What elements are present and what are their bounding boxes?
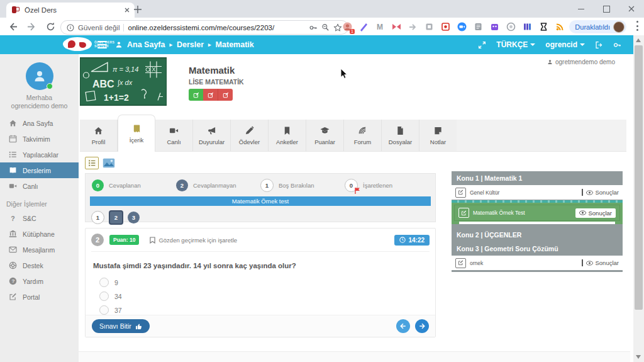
course-edit-red-button-2[interactable] [218,89,233,101]
ext-globe-icon[interactable] [506,22,516,31]
ext-m-icon[interactable]: M [375,22,385,31]
previous-question-button[interactable] [396,319,410,333]
question-chip-3[interactable]: 3 [128,212,140,223]
answer-option-1[interactable]: 9 [99,278,435,287]
question-chip-1[interactable]: 1 [91,211,104,224]
tab-close-icon[interactable] [125,8,130,13]
paused-profile-chip[interactable]: Duraklatıldı [569,20,626,33]
extensions-bar: 1 M [343,21,565,32]
results-button-ornek-test[interactable]: Sonuçlar [575,208,616,218]
sidebar-item-portal[interactable]: Portal [0,289,79,305]
window-minimize-button[interactable] [569,0,594,18]
scrollbar-up-arrow[interactable] [636,38,641,42]
tab-puanlar[interactable]: Puanlar [306,120,344,151]
zoom-lens-icon[interactable] [321,23,330,31]
sidebar-item-yardim[interactable]: ? Yardım [0,273,79,289]
breadcrumb-home[interactable]: Ana Sayfa [127,40,165,49]
tab-canli[interactable]: Canlı [155,120,193,151]
ext-hourglass-icon[interactable] [539,22,548,31]
ext-bowtie-icon[interactable] [392,22,401,31]
tab-profil[interactable]: Profil [80,120,118,151]
topic-item-genel-kultur[interactable]: Genel Kültür Sonuçlar [452,185,623,200]
ext-pen-icon[interactable] [359,22,369,31]
tab-notlar[interactable]: Notlar [419,120,457,151]
image-view-toggle[interactable] [103,158,115,168]
language-dropdown[interactable]: TÜRKÇE [496,40,535,49]
back-button[interactable] [8,21,18,32]
sidebar-item-derslerim[interactable]: Derslerim [0,162,79,178]
answer-option-3[interactable]: 37 [99,305,435,315]
user-dropdown[interactable]: ogrencid [545,40,585,49]
breadcrumb: Ana Sayfa ▸ Dersler ▸ Matematik [115,35,254,54]
site-favicon-icon [11,6,20,14]
new-tab-button[interactable] [133,5,142,14]
password-key-icon[interactable] [309,23,318,32]
question-number-list: 1 2 3 [86,206,435,225]
ext-avatar-icon[interactable]: 1 [343,22,352,31]
reload-button[interactable] [45,21,56,32]
image-icon [103,158,115,168]
window-close-button[interactable] [619,0,644,18]
sidebar-item-yapilacaklar[interactable]: Yapılacaklar [0,147,79,162]
ext-square-icon[interactable] [425,22,434,31]
url-text[interactable]: online.ozelderssistemi.com/me/courses/22… [128,24,305,31]
tab-dosyalar[interactable]: Dosyalar [382,120,419,151]
radio-button[interactable] [99,278,109,287]
course-edit-red-button-1[interactable] [203,89,218,101]
key-icon[interactable] [613,41,621,49]
exit-door-icon[interactable] [595,41,603,49]
sidebar-item-takvimim[interactable]: Takvimim [0,131,79,147]
address-bar[interactable]: Güvenli değil online.ozelderssistemi.com… [60,20,348,35]
sidebar-section-label: Diğer İşlemler [0,194,79,210]
course-edit-green-button[interactable] [189,89,203,101]
browser-menu-button[interactable] [636,21,638,31]
sidebar-item-kutuphane[interactable]: Kütüphane [0,226,79,242]
radio-button[interactable] [99,305,109,315]
ext-notes-icon[interactable] [474,22,483,31]
finish-exam-button[interactable]: Sınavı Bitir [92,319,150,333]
results-link-ornek[interactable]: Sonuçlar [582,259,619,266]
radio-button[interactable] [99,291,109,301]
sidebar-item-destek[interactable]: Destek [0,257,79,273]
browser-tab[interactable]: Özel Ders [6,3,135,18]
topic-header-1[interactable]: Konu 1 | Matematik 1 [452,171,623,185]
breadcrumb-courses[interactable]: Dersler [177,40,204,49]
topic-item-ornek[interactable]: ornek Sonuçlar [452,256,623,270]
tab-duyurular[interactable]: Duyurular [193,120,231,151]
scrollbar-down-arrow[interactable] [636,355,641,359]
ext-rss-icon[interactable] [555,22,565,31]
list-view-toggle[interactable] [85,157,99,169]
sidebar-item-sc[interactable]: ? S&C [0,210,79,226]
security-label[interactable]: Güvenli değil [78,24,119,31]
mark-for-review[interactable]: Gözden geçirmek için işaretle [150,237,237,244]
window-maximize-button[interactable] [594,0,619,18]
results-link-genel-kultur[interactable]: Sonuçlar [582,189,619,196]
question-chip-2-current[interactable]: 2 [109,210,123,225]
tab-forum[interactable]: Forum [344,120,382,151]
sidebar-item-canli[interactable]: Canlı [0,178,79,194]
ext-puzzle-icon[interactable] [490,22,499,31]
ext-arrow-icon[interactable] [408,22,418,31]
tab-odevler[interactable]: Ödevler [231,120,269,151]
page-scrollbar[interactable] [633,35,644,362]
bookmark-star-icon[interactable] [333,23,342,32]
tab-icerik[interactable]: İçerik [118,115,155,152]
ext-shield-icon[interactable] [441,22,450,31]
next-question-button[interactable] [415,319,429,333]
scrollbar-thumb[interactable] [635,45,643,310]
sidebar-item-ana-sayfa[interactable]: Ana Sayfa [0,115,79,131]
sidebar-item-mesajlarim[interactable]: Mesajlarım [0,242,79,257]
answer-option-2[interactable]: 34 [99,291,435,301]
info-icon[interactable] [67,24,74,31]
tab-anketler[interactable]: Anketler [269,120,306,151]
ext-zoom-icon[interactable] [457,22,467,31]
fullscreen-icon[interactable] [478,41,486,49]
owner-person-icon [547,59,553,65]
topic-header-2[interactable]: Konu 2 | ÜÇGENLER [452,228,623,242]
topic-header-3[interactable]: Konu 3 | Geometri Soru Çözümü [452,242,623,256]
ext-bars-icon[interactable] [523,22,532,31]
caret-down-icon [580,43,585,46]
topic-item-matematik-ornek-test[interactable]: Matematik Örnek Test Sonuçlar [454,205,620,221]
sidebar-toggle-icon[interactable] [97,41,107,48]
forward-button[interactable] [26,21,37,32]
